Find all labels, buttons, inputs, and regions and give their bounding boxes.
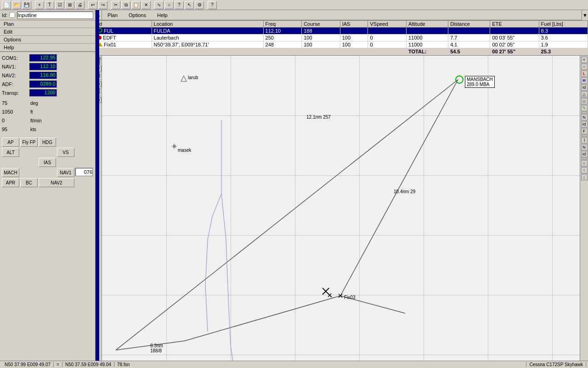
status-bar: N50 37.99 E009 49.07 = N50 37.59 E009 49… <box>0 361 588 368</box>
cell-fuel: 3.6 <box>539 34 588 41</box>
hdg-button[interactable]: HDG <box>39 138 56 147</box>
route-button[interactable]: ∿ <box>154 1 164 9</box>
F-button[interactable]: F <box>581 128 588 134</box>
table-scroll-arrow[interactable]: ▼ <box>582 10 588 20</box>
gear-button[interactable]: ⚙ <box>195 1 204 9</box>
zoom-minus-button[interactable]: − <box>581 63 588 70</box>
open-button[interactable]: 📂 <box>12 1 21 9</box>
grid-h5 <box>102 355 580 355</box>
paste-button[interactable]: 📋 <box>131 1 141 9</box>
nav1-label: NAV1: <box>2 64 29 69</box>
cell-freq: 250 <box>263 34 302 41</box>
total-fuel: 25.3 <box>539 48 588 55</box>
help-menu-item[interactable]: Help <box>155 12 170 19</box>
com1-label: COM1: <box>2 55 29 61</box>
transp-value[interactable]: 1200 <box>29 89 57 97</box>
left-panel: Id: Plan Edit Options Help COM1: 122.95 … <box>0 10 96 368</box>
total-label2 <box>152 48 263 55</box>
apr-button[interactable]: APR <box>2 178 19 187</box>
nav1-ap-input[interactable] <box>75 168 93 176</box>
diamond-button[interactable]: ◇ <box>581 98 588 104</box>
blue-bar <box>96 10 99 361</box>
grid-v6 <box>488 56 488 368</box>
nav2-value[interactable]: 116.80 <box>29 72 57 79</box>
options-nav-button[interactable]: Options <box>0 36 95 44</box>
nav1-ap-button[interactable]: NAV1 <box>57 168 74 177</box>
save-button[interactable]: 💾 <box>22 1 31 9</box>
Id2-button[interactable]: Id <box>581 121 588 127</box>
print-button[interactable]: 🖨 <box>75 1 85 9</box>
cut-button[interactable]: ✂ <box>111 1 120 9</box>
com1-value[interactable]: 122.95 <box>29 54 57 62</box>
cell-distance: 4.1 <box>448 41 490 48</box>
cell-id: FUL <box>96 28 152 34</box>
cell-course: 188 <box>302 28 340 34</box>
ias-button[interactable]: IAS <box>39 158 56 167</box>
total-label5 <box>340 48 368 55</box>
help-nav-button[interactable]: Help <box>0 44 95 52</box>
nav2-ap-button[interactable]: NAV2 <box>39 178 74 187</box>
copy-button[interactable]: ⧉ <box>121 1 130 9</box>
kts-unit: kts <box>30 127 36 132</box>
scroll-up-button[interactable]: ↑ <box>581 167 588 173</box>
cell-ias <box>340 28 368 34</box>
svg-line-9 <box>173 145 175 148</box>
Id3-button[interactable]: Id <box>581 151 588 157</box>
vs-button[interactable]: VS <box>57 148 74 157</box>
N2-button[interactable]: N <box>581 144 588 150</box>
new-button[interactable]: 📄 <box>2 1 11 9</box>
undo-button[interactable]: ↩ <box>88 1 97 9</box>
menu-items: Plan Options Help <box>102 12 173 19</box>
circle-tool-button[interactable]: ○ <box>581 160 588 167</box>
pointer-button[interactable]: ↖ <box>185 1 194 9</box>
equals-status: = <box>54 362 62 367</box>
cell-distance <box>448 28 490 34</box>
checkbox-button[interactable]: ☑ <box>55 1 64 9</box>
help-button[interactable]: ? <box>208 1 217 9</box>
ft-value: 1050 <box>2 109 29 115</box>
table-row[interactable]: Fix01 N50°39.37', E009°18.71' 248 100 10… <box>96 41 588 48</box>
adf-value[interactable]: 0289.0 <box>29 80 57 88</box>
red-L-button[interactable]: L <box>581 70 588 77</box>
text-button[interactable]: T <box>45 1 54 9</box>
table-row[interactable]: EDFT Lauterbach 250 100 100 0 11000 7.7 … <box>96 34 588 41</box>
route-label-2: 10.4nm 29 <box>394 189 415 194</box>
id-checkbox[interactable] <box>9 12 15 18</box>
blue-H-button[interactable]: H <box>581 77 588 84</box>
inputline-input[interactable] <box>17 12 93 19</box>
N-button[interactable]: N <box>581 114 588 121</box>
question-button[interactable]: ? <box>175 1 184 9</box>
add-button[interactable]: + <box>35 1 44 9</box>
separator2 <box>581 135 588 137</box>
col-location: Location <box>152 21 263 28</box>
cell-ete <box>490 28 539 34</box>
ap-button[interactable]: AP <box>2 138 19 147</box>
circle-button[interactable]: ○ <box>164 1 174 9</box>
cell-freq: 248 <box>263 41 302 48</box>
plan-nav-button[interactable]: Plan <box>0 20 95 28</box>
redo-button[interactable]: ↪ <box>98 1 107 9</box>
cell-location: N50°39.37', E009°18.71' <box>152 41 263 48</box>
table-row[interactable]: FUL FULDA 112.10 188 8.3 <box>96 28 588 34</box>
edit-nav-button[interactable]: Edit <box>0 28 95 36</box>
plan-menu-item[interactable]: Plan <box>106 12 119 19</box>
alt-button[interactable]: ALT <box>2 148 19 157</box>
bc-button[interactable]: BC <box>20 178 38 187</box>
scroll-down-button[interactable]: ↓ <box>581 174 588 180</box>
total-distance: 54.5 <box>448 48 490 55</box>
separator1 <box>581 112 588 114</box>
green-pencil-button[interactable]: ✎ <box>581 105 588 111</box>
ruler-button[interactable]: ⌇ <box>581 137 588 144</box>
grid-h4 <box>102 295 580 295</box>
triangle-button[interactable]: △ <box>581 91 588 98</box>
delete-button[interactable]: ✕ <box>141 1 151 9</box>
options-menu-item[interactable]: Options <box>127 12 148 19</box>
map-canvas[interactable]: larub masek MANSBACH289.0 MBA Fix03 12.1… <box>102 56 580 368</box>
zoom-plus-button[interactable]: + <box>581 57 588 63</box>
mach-button[interactable]: MACH <box>2 168 19 177</box>
id-button[interactable]: Id <box>581 84 588 91</box>
grid-button[interactable]: ⊞ <box>65 1 74 9</box>
flyfp-button[interactable]: Fly FP <box>20 138 38 147</box>
cell-id: Fix01 <box>96 41 152 48</box>
nav1-value[interactable]: 112.10 <box>29 63 57 70</box>
